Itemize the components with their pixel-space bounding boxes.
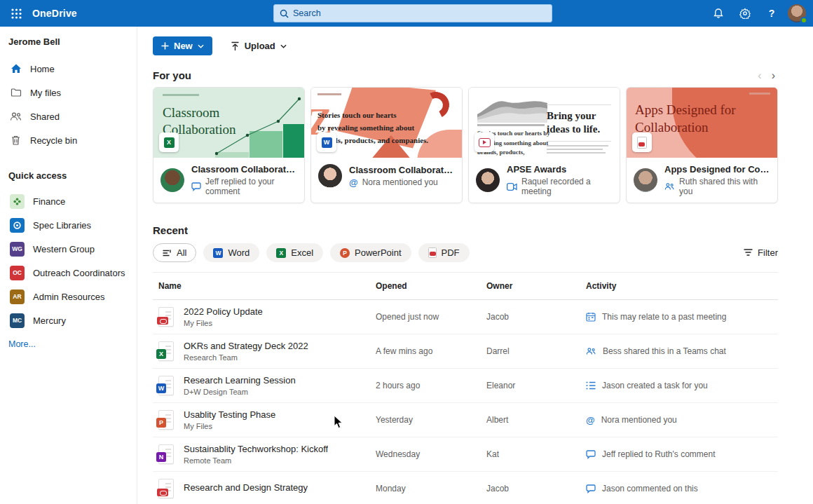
sidebar-item-finance[interactable]: Finance bbox=[0, 189, 137, 213]
filter-pill-excel[interactable]: X Excel bbox=[266, 243, 323, 262]
table-row[interactable]: Research and Design Strategy Monday Jaco… bbox=[153, 472, 778, 504]
avatar bbox=[634, 168, 657, 192]
card-title: APSE Awards bbox=[507, 164, 613, 175]
powerpoint-icon: P bbox=[340, 248, 350, 258]
sidebar-item-outreach-coordinators[interactable]: OC Outreach Coordinators bbox=[0, 261, 137, 285]
sidebar-item-label: Shared bbox=[30, 111, 60, 122]
onenote-file-icon: N bbox=[158, 444, 174, 464]
card-activity: Nora mentioned you bbox=[362, 177, 438, 187]
search-box[interactable] bbox=[273, 4, 552, 22]
search-input[interactable] bbox=[293, 8, 546, 18]
sidebar-item-admin-resources[interactable]: AR Admin Resources bbox=[0, 285, 137, 308]
avatar bbox=[160, 168, 184, 192]
sidebar-item-my-files[interactable]: My files bbox=[0, 81, 137, 104]
card-activity: Jeff replied to your comment bbox=[205, 177, 297, 196]
carousel-next-icon[interactable]: › bbox=[772, 70, 775, 81]
shared-people-icon bbox=[586, 347, 596, 355]
filter-pill-word[interactable]: W Word bbox=[203, 243, 259, 262]
comment-icon bbox=[586, 484, 596, 493]
table-row[interactable]: X OKRs and Strategy Deck 2022 Research T… bbox=[153, 334, 778, 369]
video-camera-icon bbox=[507, 183, 517, 191]
mercury-site-icon: MC bbox=[10, 313, 25, 328]
main-content: New Upload For you ‹ › bbox=[137, 27, 813, 504]
quick-access-heading: Quick access bbox=[0, 152, 137, 189]
filter-pill-all[interactable]: All bbox=[153, 243, 196, 262]
table-row[interactable]: P Usablity Testing Phase My Files Yester… bbox=[153, 403, 778, 437]
presence-available-dot bbox=[800, 17, 807, 24]
sidebar-item-recycle-bin[interactable]: Recycle bin bbox=[0, 128, 137, 152]
avatar bbox=[476, 168, 500, 192]
for-you-card-apps-designed[interactable]: Apps Designed for Collaboration Apps Des… bbox=[626, 87, 778, 203]
sidebar-item-label: Recycle bin bbox=[30, 135, 77, 146]
sidebar-item-home[interactable]: Home bbox=[0, 57, 137, 81]
card-thumbnail: Stories touch our hearts by revealing so… bbox=[469, 88, 620, 158]
word-file-icon: W bbox=[158, 376, 174, 395]
new-button[interactable]: New bbox=[153, 36, 212, 55]
outreach-coordinators-site-icon: OC bbox=[10, 266, 25, 280]
sidebar-item-mercury[interactable]: MC Mercury bbox=[0, 308, 137, 332]
settings-gear-icon[interactable] bbox=[735, 3, 756, 24]
calendar-icon bbox=[586, 312, 596, 322]
card-thumbnail: Z Stories touch our hearts by revealing … bbox=[311, 88, 462, 158]
for-you-carousel: Classroom Collaboration X Classroom Coll… bbox=[153, 87, 778, 203]
sidebar-user-name: Jerome Bell bbox=[0, 36, 137, 57]
carousel-prev-icon[interactable]: ‹ bbox=[758, 70, 761, 81]
for-you-card-classroom-word[interactable]: Z Stories touch our hearts by revealing … bbox=[310, 87, 463, 203]
help-icon[interactable]: ? bbox=[761, 3, 782, 24]
table-header-row: Name Opened Owner Activity bbox=[153, 272, 778, 300]
table-row[interactable]: W Research Learning Session D+W Design T… bbox=[153, 369, 778, 403]
filter-button[interactable]: Filter bbox=[744, 247, 778, 258]
more-link[interactable]: More... bbox=[0, 332, 137, 356]
sidebar-item-spec-libraries[interactable]: Spec Libraries bbox=[0, 213, 137, 237]
pdf-icon bbox=[428, 247, 437, 258]
recent-heading: Recent bbox=[153, 224, 778, 236]
sidebar-item-label: Home bbox=[30, 64, 55, 74]
card-title: Classroom Collaboration bbox=[191, 164, 297, 175]
stream-video-file-icon bbox=[474, 132, 494, 152]
column-header-opened[interactable]: Opened bbox=[376, 281, 486, 291]
card-thumbnail: Classroom Collaboration X bbox=[153, 88, 304, 158]
card-thumbnail: Apps Designed for Collaboration bbox=[627, 88, 777, 158]
chevron-down-icon bbox=[280, 44, 287, 48]
filter-pill-pdf[interactable]: PDF bbox=[418, 243, 470, 262]
sidebar-item-label: Western Group bbox=[33, 244, 95, 254]
recent-files-table: Name Opened Owner Activity 2022 Policy U… bbox=[153, 272, 778, 504]
word-icon: W bbox=[213, 248, 223, 258]
shared-people-icon bbox=[664, 182, 675, 191]
for-you-card-classroom-excel[interactable]: Classroom Collaboration X Classroom Coll… bbox=[153, 87, 305, 203]
excel-file-icon: X bbox=[158, 341, 174, 361]
comment-icon bbox=[586, 450, 596, 459]
card-title: Classroom Collaboration bbox=[349, 165, 455, 175]
powerpoint-file-icon: P bbox=[158, 410, 174, 430]
all-filter-icon bbox=[163, 250, 172, 257]
pdf-file-icon bbox=[632, 132, 652, 152]
upload-button[interactable]: Upload bbox=[225, 36, 292, 55]
left-sidebar: Jerome Bell Home My files Shared bbox=[0, 27, 137, 504]
column-header-name[interactable]: Name bbox=[153, 281, 376, 291]
mention-icon: @ bbox=[586, 415, 595, 425]
table-row[interactable]: 2022 Policy Update My Files Opened just … bbox=[153, 300, 778, 334]
card-activity: Raquel recorded a meeting bbox=[521, 177, 613, 196]
for-you-card-apse-awards[interactable]: Stories touch our hearts by revealing so… bbox=[468, 87, 620, 203]
sidebar-item-shared[interactable]: Shared bbox=[0, 104, 137, 128]
spec-libraries-site-icon bbox=[10, 218, 25, 233]
for-you-heading: For you bbox=[153, 69, 191, 81]
column-header-owner[interactable]: Owner bbox=[486, 281, 586, 291]
table-row[interactable]: N Sustainablity Techworkshop: Kickoff Re… bbox=[153, 437, 778, 472]
plus-icon bbox=[161, 42, 169, 50]
trash-icon bbox=[10, 135, 22, 147]
top-app-bar: OneDrive ? bbox=[0, 0, 813, 27]
sidebar-item-label: Admin Resources bbox=[33, 292, 105, 302]
app-launcher-icon[interactable] bbox=[0, 0, 32, 27]
mention-icon: @ bbox=[349, 177, 358, 188]
filter-pill-powerpoint[interactable]: P PowerPoint bbox=[330, 243, 411, 262]
notifications-bell-icon[interactable] bbox=[708, 3, 729, 24]
excel-icon: X bbox=[276, 248, 286, 258]
sidebar-item-label: My files bbox=[30, 88, 61, 98]
column-header-activity[interactable]: Activity bbox=[586, 281, 778, 291]
finance-site-icon bbox=[10, 194, 25, 209]
sidebar-item-western-group[interactable]: WG Western Group bbox=[0, 237, 137, 261]
sidebar-item-label: Mercury bbox=[33, 315, 66, 326]
user-avatar[interactable] bbox=[788, 4, 806, 22]
chevron-down-icon bbox=[198, 44, 204, 48]
